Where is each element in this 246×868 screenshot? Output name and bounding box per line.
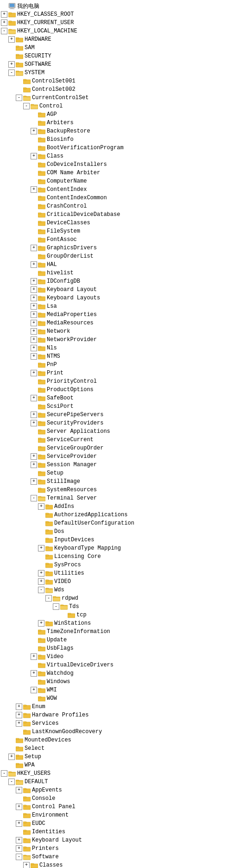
tree-item[interactable]: + KeyboardType Mapping (1, 544, 245, 552)
expander-button[interactable]: + (31, 245, 37, 251)
tree-item[interactable]: + ContentIndex (1, 185, 245, 194)
expander-button[interactable]: + (38, 545, 44, 551)
tree-item[interactable]: InputDevices (1, 536, 245, 544)
tree-item[interactable]: + Control Panel (1, 803, 245, 811)
tree-item[interactable]: + AppEvents (1, 786, 245, 794)
tree-item[interactable]: + Setup (1, 753, 245, 761)
tree-item[interactable]: + Keyboard Layout (1, 836, 245, 844)
tree-item[interactable]: MountedDevices (1, 736, 245, 744)
tree-item[interactable]: Server Applications (1, 427, 245, 436)
expander-button[interactable]: - (1, 28, 7, 34)
expander-button[interactable]: + (8, 754, 15, 760)
expander-button[interactable]: + (16, 804, 22, 810)
tree-item[interactable]: - SYSTEM (1, 69, 245, 77)
tree-item[interactable]: UsbFlags (1, 644, 245, 653)
tree-item[interactable]: + Nls (1, 344, 245, 352)
tree-item[interactable]: Select (1, 744, 245, 753)
expander-button[interactable]: + (38, 578, 44, 585)
tree-item[interactable]: + EUDC (1, 819, 245, 828)
expander-button[interactable]: + (16, 703, 22, 710)
expander-button[interactable]: + (31, 286, 37, 293)
tree-item[interactable]: + Watchdog (1, 669, 245, 678)
expander-button[interactable]: + (31, 420, 37, 426)
tree-item[interactable]: Console (1, 794, 245, 803)
tree-item[interactable]: tcp (1, 611, 245, 619)
expander-button[interactable]: + (38, 570, 44, 577)
tree-item[interactable]: WPA (1, 761, 245, 769)
tree-item[interactable]: ControlSet001 (1, 77, 245, 85)
tree-item[interactable]: CrashControl (1, 202, 245, 210)
tree-item[interactable]: - Software (1, 853, 245, 861)
expander-button[interactable]: - (16, 854, 22, 860)
tree-item[interactable]: DefaultUserConfiguration (1, 519, 245, 527)
expander-button[interactable]: + (16, 787, 22, 793)
tree-item[interactable]: AGP (1, 110, 245, 119)
expander-button[interactable]: + (8, 61, 15, 68)
tree-item[interactable]: CoDeviceInstallers (1, 160, 245, 169)
expander-button[interactable]: + (16, 820, 22, 827)
tree-item[interactable]: - Tds (1, 602, 245, 611)
tree-item[interactable]: SysProcs (1, 561, 245, 569)
expander-button[interactable]: + (31, 670, 37, 677)
tree-item[interactable]: + Class (1, 152, 245, 160)
expander-button[interactable]: + (31, 453, 37, 460)
expander-button[interactable]: - (45, 595, 52, 602)
tree-item[interactable]: COM Name Arbiter (1, 169, 245, 177)
tree-item[interactable]: + SafeBoot (1, 394, 245, 402)
tree-item[interactable]: + SOFTWARE (1, 60, 245, 69)
tree-item[interactable]: SystemResources (1, 486, 245, 494)
tree-item[interactable]: + Printers (1, 844, 245, 853)
tree-item[interactable]: + SecurityProviders (1, 419, 245, 427)
tree-item[interactable]: + HKEY_CURRENT_USER (1, 19, 245, 27)
expander-button[interactable]: + (38, 503, 44, 510)
tree-item[interactable]: + Video (1, 653, 245, 661)
tree-item[interactable]: + IDConfigDB (1, 277, 245, 285)
expander-button[interactable]: + (31, 153, 37, 159)
tree-item[interactable]: Dos (1, 527, 245, 536)
expander-button[interactable]: + (31, 311, 37, 318)
expander-button[interactable]: + (31, 328, 37, 335)
tree-item[interactable]: PnP (1, 361, 245, 369)
tree-item[interactable]: - Control (1, 102, 245, 110)
expander-button[interactable]: + (31, 278, 37, 285)
tree-item[interactable]: + Keyboard Layout (1, 285, 245, 294)
expander-button[interactable]: + (8, 36, 15, 43)
root-item[interactable]: 我的电脑 (1, 2, 245, 10)
expander-button[interactable]: + (31, 320, 37, 326)
expander-button[interactable]: + (16, 837, 22, 843)
tree-item[interactable]: + MediaResources (1, 319, 245, 327)
expander-button[interactable]: + (31, 303, 37, 310)
expander-button[interactable]: + (31, 295, 37, 301)
tree-item[interactable]: WOW (1, 694, 245, 703)
tree-item[interactable]: hivelist (1, 269, 245, 277)
tree-item[interactable]: TimeZoneInformation (1, 627, 245, 636)
tree-item[interactable]: + StillImage (1, 477, 245, 486)
tree-item[interactable]: + Lsa (1, 302, 245, 310)
tree-item[interactable]: + Keyboard Layouts (1, 294, 245, 302)
expander-button[interactable]: + (31, 345, 37, 351)
tree-item[interactable]: + Utilities (1, 569, 245, 577)
tree-item[interactable]: ComputerName (1, 177, 245, 185)
tree-item[interactable]: Arbiters (1, 119, 245, 127)
tree-item[interactable]: LastKnownGoodRecovery (1, 728, 245, 736)
tree-item[interactable]: CriticalDeviceDatabase (1, 210, 245, 219)
tree-item[interactable]: PriorityControl (1, 377, 245, 386)
expander-button[interactable]: + (1, 19, 7, 26)
tree-item[interactable]: ContentIndexCommon (1, 194, 245, 202)
tree-item[interactable]: + WMI (1, 686, 245, 694)
tree-item[interactable]: Licensing Core (1, 552, 245, 561)
expander-button[interactable]: + (16, 720, 22, 727)
tree-item[interactable]: Windows (1, 678, 245, 686)
tree-item[interactable]: + ServiceProvider (1, 452, 245, 461)
expander-button[interactable]: + (31, 653, 37, 660)
expander-button[interactable]: + (31, 353, 37, 360)
expander-button[interactable]: + (31, 462, 37, 468)
expander-button[interactable]: + (31, 336, 37, 343)
tree-item[interactable]: - DEFAULT (1, 778, 245, 786)
tree-item[interactable]: - CurrentControlSet (1, 94, 245, 102)
expander-button[interactable]: - (38, 587, 44, 593)
tree-item[interactable]: + Services (1, 719, 245, 728)
tree-item[interactable]: + Enum (1, 703, 245, 711)
expander-button[interactable]: + (31, 395, 37, 401)
tree-item[interactable]: Biosinfo (1, 135, 245, 144)
